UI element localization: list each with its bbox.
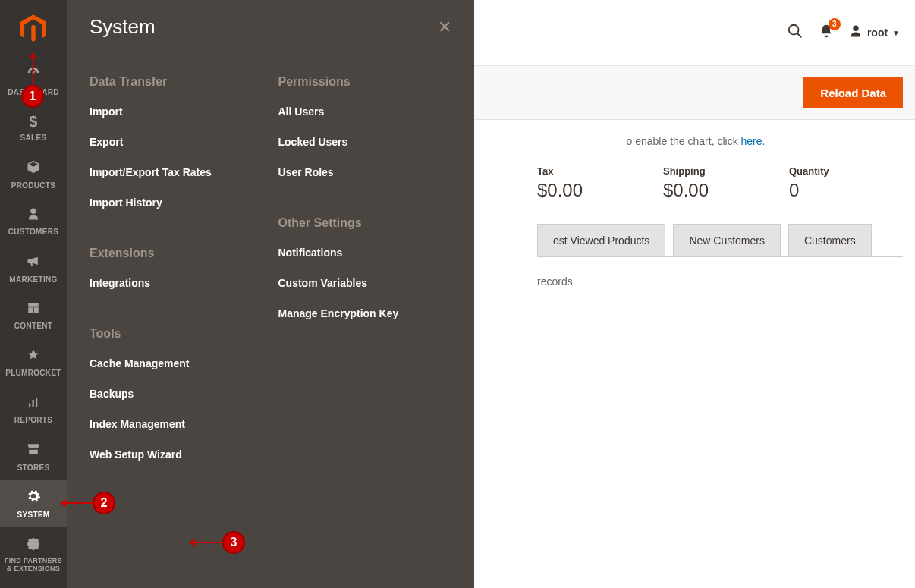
chart-enable-message: o enable the chart, click here. [476,120,915,147]
plumrocket-icon [27,348,40,366]
tab-new-customers[interactable]: New Customers [673,224,781,257]
tab-customers[interactable]: Customers [788,224,872,257]
system-flyout-panel: System ✕ Data Transfer Import Export Imp… [67,0,474,588]
section-data-transfer: Data Transfer [90,75,263,89]
section-permissions: Permissions [278,75,452,89]
stat-quantity: Quantity 0 [789,165,915,201]
flyout-title: System [90,15,156,39]
menu-export[interactable]: Export [90,136,263,148]
avatar-icon [849,24,863,42]
menu-user-roles[interactable]: User Roles [278,166,452,178]
annotation-3-arrow [191,542,223,543]
svg-line-1 [797,33,802,37]
menu-all-users[interactable]: All Users [278,105,452,118]
username: root [867,27,888,39]
records-message: records. [537,257,915,306]
notifications-icon[interactable]: 3 [819,24,834,42]
sidebar-item-content[interactable]: CONTENT [0,292,67,339]
megaphone-icon [26,253,41,272]
menu-locked-users[interactable]: Locked Users [278,136,452,148]
section-extensions: Extensions [90,247,263,260]
layout-icon [27,301,40,319]
menu-tax-rates[interactable]: Import/Export Tax Rates [90,166,263,178]
reload-data-button[interactable]: Reload Data [803,77,903,108]
sidebar-item-marketing[interactable]: MARKETING [0,245,67,292]
sidebar-item-partners[interactable]: FIND PARTNERS & EXTENSIONS [0,527,67,582]
sidebar-label: CONTENT [14,322,52,330]
sidebar-label: SALES [20,134,47,142]
sidebar-item-reports[interactable]: REPORTS [0,386,67,433]
sidebar-item-sales[interactable]: $ SALES [0,104,67,151]
bars-icon [27,395,40,413]
sidebar-label: FIND PARTNERS & EXTENSIONS [3,558,64,573]
sidebar-label: REPORTS [14,416,52,424]
menu-cache[interactable]: Cache Management [90,357,263,369]
menu-index[interactable]: Index Management [90,418,263,430]
user-menu[interactable]: root ▼ [849,24,900,42]
tab-most-viewed[interactable]: ost Viewed Products [537,224,665,257]
sidebar-label: MARKETING [9,275,57,284]
gear-icon [26,489,41,508]
close-icon[interactable]: ✕ [438,17,451,37]
search-icon[interactable] [787,23,803,43]
menu-encryption[interactable]: Manage Encryption Key [278,307,452,319]
menu-notifications[interactable]: Notifications [278,247,452,259]
chart-enable-link[interactable]: here [741,135,762,147]
sidebar-item-stores[interactable]: STORES [0,433,67,480]
sidebar-item-plumrocket[interactable]: PLUMROCKET [0,339,67,386]
stat-tax: Tax $0.00 [537,165,663,201]
sidebar-label: SYSTEM [17,511,50,519]
annotation-2: 2 [93,492,115,514]
notification-badge: 3 [829,18,841,30]
sidebar-label: STORES [17,464,50,472]
gauge-icon [25,64,42,85]
sidebar-item-products[interactable]: PRODUCTS [0,151,67,198]
menu-custom-vars[interactable]: Custom Variables [278,277,452,289]
person-icon [27,207,40,225]
menu-import[interactable]: Import [90,105,263,118]
annotation-1: 1 [21,85,44,108]
caret-down-icon: ▼ [892,29,900,37]
menu-web-setup[interactable]: Web Setup Wizard [90,448,263,461]
annotation-3: 3 [222,531,245,554]
puzzle-icon [26,536,41,555]
svg-point-0 [789,24,799,34]
magento-logo-icon [20,14,46,43]
menu-integrations[interactable]: Integrations [90,277,263,289]
sidebar-item-customers[interactable]: CUSTOMERS [0,198,67,245]
menu-import-history[interactable]: Import History [90,197,263,209]
tabs-row: ost Viewed Products New Customers Custom… [537,224,915,257]
box-icon [26,159,41,178]
section-tools: Tools [90,327,263,341]
storefront-icon [26,442,41,461]
annotation-2-arrow [62,502,94,504]
annotation-1-arrow [32,55,33,86]
stat-shipping: Shipping $0.00 [663,165,789,201]
menu-backups[interactable]: Backups [90,388,263,400]
sidebar-label: CUSTOMERS [8,228,58,236]
stats-row: Tax $0.00 Shipping $0.00 Quantity 0 [537,147,915,224]
dollar-icon: $ [29,113,37,130]
sidebar-label: PLUMROCKET [5,369,61,377]
sidebar-label: PRODUCTS [11,181,56,190]
section-other: Other Settings [278,216,452,230]
